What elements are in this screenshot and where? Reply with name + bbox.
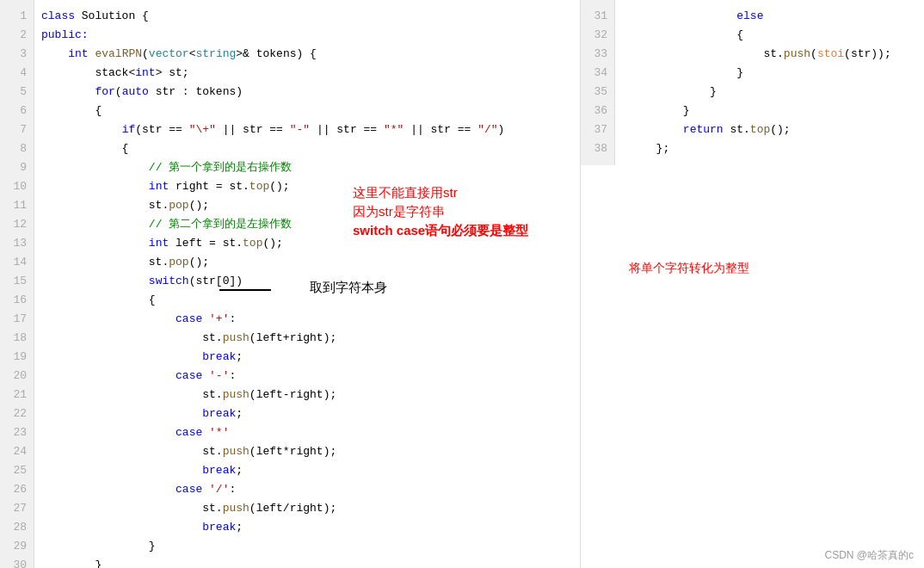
code-line: for(auto str : tokens) bbox=[41, 83, 580, 102]
line-number: 3 bbox=[0, 45, 34, 64]
code-line: int right = st.top(); bbox=[41, 177, 580, 196]
line-number: 24 bbox=[0, 442, 34, 461]
annotation-get-char: 取到字符本身 bbox=[310, 280, 387, 296]
line-number: 36 bbox=[581, 102, 614, 120]
line-number: 14 bbox=[0, 253, 34, 272]
annotation-switch-case: switch case语句必须要是整型 bbox=[353, 223, 528, 239]
annotation-no-direct-str: 这里不能直接用str bbox=[353, 185, 458, 201]
line-number: 38 bbox=[581, 139, 614, 158]
code-line: } bbox=[41, 556, 580, 568]
code-line: st.push(left-right); bbox=[41, 386, 580, 404]
code-line: return st.top(); bbox=[629, 120, 890, 139]
line-number: 20 bbox=[0, 367, 34, 386]
line-number: 10 bbox=[0, 177, 34, 196]
line-number: 26 bbox=[0, 480, 34, 499]
line-number: 29 bbox=[0, 537, 34, 556]
code-line: break; bbox=[41, 461, 580, 480]
line-number: 5 bbox=[0, 83, 34, 102]
line-number: 16 bbox=[0, 291, 34, 310]
line-number: 18 bbox=[0, 329, 34, 348]
code-line: stack<int> st; bbox=[41, 64, 580, 83]
code-line: int evalRPN(vector<string>& tokens) { bbox=[41, 45, 580, 64]
code-line: public: bbox=[41, 26, 580, 45]
watermark: CSDN @哈茶真的c bbox=[824, 548, 914, 563]
line-numbers-left: 1234567891011121314151617181920212223242… bbox=[0, 0, 34, 568]
code-right: else { st.push(stoi(str)); } } } return … bbox=[622, 0, 890, 165]
line-number: 7 bbox=[0, 120, 34, 139]
underline-decoration bbox=[219, 289, 271, 291]
code-line: st.push(stoi(str)); bbox=[629, 45, 890, 64]
annotation-convert-to-int: 将单个字符转化为整型 bbox=[629, 261, 749, 276]
code-line: case '+': bbox=[41, 310, 580, 329]
code-line: { bbox=[629, 26, 890, 45]
line-number: 15 bbox=[0, 272, 34, 291]
line-number: 30 bbox=[0, 556, 34, 568]
line-numbers-right: 3132333435363738 bbox=[581, 0, 615, 165]
code-line: st.pop(); bbox=[41, 196, 580, 215]
line-number: 32 bbox=[581, 26, 614, 45]
code-line: st.push(left*right); bbox=[41, 442, 580, 461]
line-number: 1 bbox=[0, 7, 34, 26]
code-line: } bbox=[41, 537, 580, 556]
line-number: 27 bbox=[0, 499, 34, 518]
line-number: 8 bbox=[0, 139, 34, 158]
code-line: else bbox=[629, 7, 890, 26]
code-line: case '*' bbox=[41, 423, 580, 442]
code-line: // 第一个拿到的是右操作数 bbox=[41, 158, 580, 177]
line-number: 11 bbox=[0, 196, 34, 215]
code-line: break; bbox=[41, 518, 580, 537]
code-line: break; bbox=[41, 404, 580, 423]
line-number: 21 bbox=[0, 386, 34, 404]
code-line: }; bbox=[629, 139, 890, 158]
line-number: 13 bbox=[0, 234, 34, 253]
code-editor: 1234567891011121314151617181920212223242… bbox=[0, 0, 924, 568]
code-line: st.push(left+right); bbox=[41, 329, 580, 348]
line-number: 2 bbox=[0, 26, 34, 45]
code-line: case '/': bbox=[41, 480, 580, 499]
line-number: 6 bbox=[0, 102, 34, 120]
line-number: 25 bbox=[0, 461, 34, 480]
line-number: 4 bbox=[0, 64, 34, 83]
line-number: 28 bbox=[0, 518, 34, 537]
code-line: case '-': bbox=[41, 367, 580, 386]
code-line: } bbox=[629, 83, 890, 102]
line-number: 19 bbox=[0, 348, 34, 367]
line-number: 31 bbox=[581, 7, 614, 26]
line-number: 22 bbox=[0, 404, 34, 423]
code-line: st.pop(); bbox=[41, 253, 580, 272]
line-number: 17 bbox=[0, 310, 34, 329]
line-number: 37 bbox=[581, 120, 614, 139]
line-number: 35 bbox=[581, 83, 614, 102]
line-number: 34 bbox=[581, 64, 614, 83]
line-number: 23 bbox=[0, 423, 34, 442]
code-line: { bbox=[41, 102, 580, 120]
code-line: st.push(left/right); bbox=[41, 499, 580, 518]
code-line: break; bbox=[41, 348, 580, 367]
code-line: if(str == "\+" || str == "-" || str == "… bbox=[41, 120, 580, 139]
line-number: 33 bbox=[581, 45, 614, 64]
code-line: } bbox=[629, 102, 890, 120]
code-line: } bbox=[629, 64, 890, 83]
code-line: class Solution { bbox=[41, 7, 580, 26]
line-number: 12 bbox=[0, 215, 34, 234]
code-line: { bbox=[41, 139, 580, 158]
annotation-str-is-string: 因为str是字符串 bbox=[353, 204, 445, 220]
line-number: 9 bbox=[0, 158, 34, 177]
